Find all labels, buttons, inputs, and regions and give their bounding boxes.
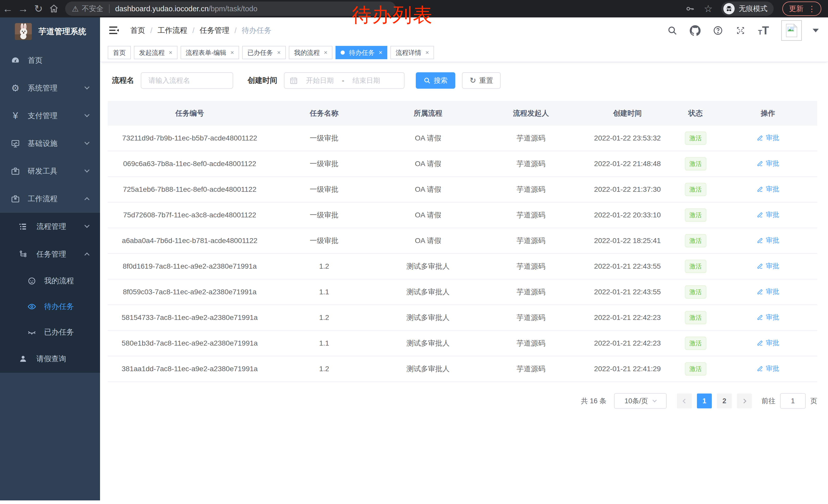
approve-link[interactable]: 审批 [757,133,779,142]
list-tree-icon [16,222,30,231]
sidebar-item-todo-tasks[interactable]: 待办任务 [0,294,100,319]
sidebar-collapse-icon[interactable] [109,26,120,35]
cell-process: 测试多审批人 [377,313,480,322]
search-button[interactable]: 搜索 [416,72,455,89]
close-icon[interactable]: × [425,49,429,56]
cell-task-name: 一级审批 [272,185,377,194]
close-icon[interactable]: × [169,49,172,56]
font-size-icon[interactable]: TT [758,26,769,36]
page-button-2[interactable]: 2 [717,394,732,408]
app-title: 芋道管理系统 [38,26,86,37]
close-icon[interactable]: × [324,49,327,56]
sidebar-item-infrastructure[interactable]: 基础设施 [0,130,100,157]
app-logo[interactable]: 芋道管理系统 [0,17,100,47]
cell-task-id: 725a1eb6-7b88-11ec-8ef0-acde48001122 [108,185,272,193]
cell-task-name: 1.1 [272,288,377,296]
forward-icon[interactable]: → [15,0,31,17]
breadcrumb-separator: / [150,27,152,35]
cell-starter: 芋道源码 [480,287,582,297]
cell-task-name: 1.2 [272,365,377,373]
cell-starter: 芋道源码 [480,262,582,271]
tab-done-tasks[interactable]: 已办任务 × [242,46,286,59]
browser-menu-icon[interactable]: ⋮ [808,4,816,13]
cell-task-id: 580e1b3d-7ac8-11ec-a9e2-a2380e71991a [108,339,272,348]
status-badge: 激活 [685,234,706,248]
not-secure-label[interactable]: 不安全 [82,4,104,13]
tab-start-process[interactable]: 发起流程 × [134,46,177,59]
page-button-1[interactable]: 1 [697,394,712,408]
status-badge: 激活 [685,336,706,350]
github-icon[interactable] [690,25,701,36]
approve-link[interactable]: 审批 [757,185,779,193]
reset-button[interactable]: ↻ 重置 [462,72,501,89]
goto-page-input[interactable] [780,393,806,409]
back-icon[interactable]: ← [0,0,15,17]
sidebar-item-workflow[interactable]: 工作流程 [0,185,100,213]
sidebar-item-done-tasks[interactable]: 已办任务 [0,319,100,345]
sidebar-item-label: 已办任务 [44,327,74,337]
tab-process-form-edit[interactable]: 流程表单-编辑 × [180,46,239,59]
cell-starter: 芋道源码 [480,185,582,194]
sidebar-item-leave-query[interactable]: 请假查询 [0,345,100,373]
sidebar-item-label: 待办任务 [44,302,74,312]
date-range-picker[interactable]: - [284,72,405,89]
sidebar-item-payment[interactable]: ¥ 支付管理 [0,102,100,130]
page-size-select[interactable]: 10条/页 [614,393,667,409]
start-date-input[interactable] [299,77,340,85]
status-badge: 激活 [685,183,706,196]
cell-process: 测试多审批人 [377,262,480,271]
help-icon[interactable] [713,26,723,36]
cell-create-time: 2022-01-21 22:42:23 [582,339,672,348]
approve-link[interactable]: 审批 [757,287,779,296]
sidebar-item-task-management[interactable]: 任务管理 [0,240,100,268]
sidebar-item-process-management[interactable]: 流程管理 [0,213,100,240]
approve-link[interactable]: 审批 [757,159,779,168]
avatar[interactable] [781,20,802,41]
tab-label: 我的流程 [294,48,320,57]
browser-update-button[interactable]: 更新 ⋮ [782,2,821,16]
tab-todo-tasks[interactable]: 待办任务 × [335,46,387,59]
cell-task-name: 一级审批 [272,159,377,169]
password-key-icon[interactable] [685,4,695,14]
cell-task-name: 一级审批 [272,236,377,245]
sidebar-item-system[interactable]: ⚙ 系统管理 [0,74,100,102]
close-icon[interactable]: × [230,49,234,56]
approve-link[interactable]: 审批 [757,364,779,373]
reload-icon[interactable]: ↻ [31,0,46,17]
fullscreen-icon[interactable] [735,26,746,36]
approve-link[interactable]: 审批 [757,236,779,245]
approve-link[interactable]: 审批 [757,338,779,348]
search-icon[interactable] [667,26,677,36]
home-icon[interactable] [46,4,61,13]
approve-link[interactable]: 审批 [757,262,779,270]
approve-link-label: 审批 [766,185,779,193]
cell-process: OA 请假 [377,159,480,169]
cell-task-name: 一级审批 [272,210,377,220]
avatar-dropdown-caret[interactable] [813,29,819,32]
sidebar-item-my-process[interactable]: 我的流程 [0,268,100,294]
process-name-input[interactable] [141,72,233,89]
close-icon[interactable]: × [379,49,382,56]
close-icon[interactable]: × [277,49,281,56]
sidebar-item-home[interactable]: 首页 [0,47,100,74]
logo-rabbit-image [15,23,32,40]
tab-my-process[interactable]: 我的流程 × [289,46,332,59]
end-date-input[interactable] [346,77,387,85]
sidebar-item-label: 任务管理 [36,249,66,260]
bookmark-star-icon[interactable]: ☆ [704,3,713,14]
breadcrumb-workflow[interactable]: 工作流程 [158,26,187,36]
approve-link[interactable]: 审批 [757,313,779,322]
tab-process-detail[interactable]: 流程详情 × [390,46,434,59]
next-page-button[interactable] [737,394,752,408]
url-bar[interactable]: ⚠ 不安全 dashboard.yudao.iocoder.cn /bpm/ta… [65,2,396,16]
sidebar-item-dev-tools[interactable]: 研发工具 [0,157,100,185]
tab-home[interactable]: 首页 [108,46,131,59]
cell-starter: 芋道源码 [480,364,582,374]
filter-form: 流程名 创建时间 - 搜索 ↻ 重置 [108,72,828,89]
breadcrumb-task-management[interactable]: 任务管理 [200,26,229,36]
approve-link[interactable]: 审批 [757,210,779,219]
prev-page-button[interactable] [677,394,692,408]
dashboard-icon [9,56,22,65]
breadcrumb-home[interactable]: 首页 [130,26,145,36]
status-badge: 激活 [685,209,706,222]
